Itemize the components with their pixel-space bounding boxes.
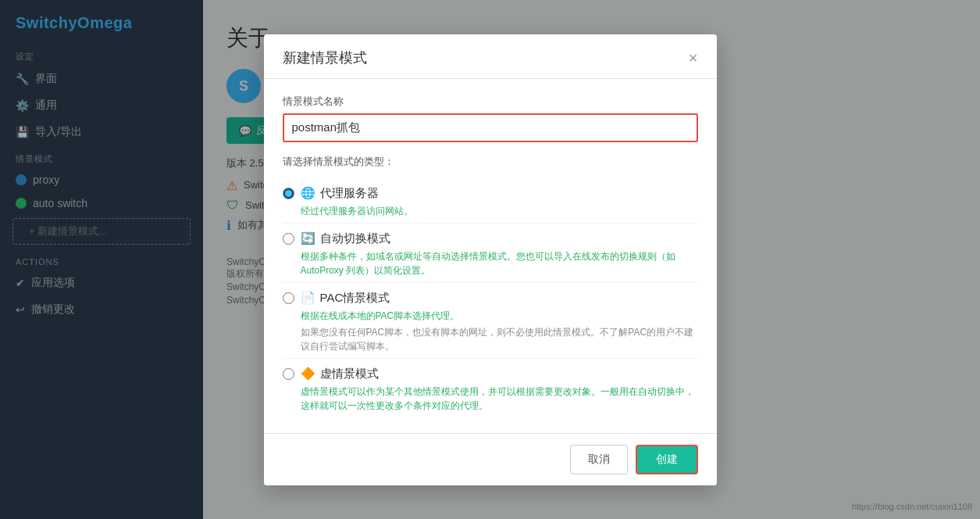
create-button[interactable]: 创建 [636,445,698,474]
type-auto-radio[interactable] [283,233,294,245]
type-virtual-desc: 虚情景模式可以作为某个其他情景模式使用，并可以根据需要更改对象。一般用在自动切换… [301,385,698,413]
type-auto-switch-item: 🔄 自动切换模式 根据多种条件，如域名或网址等自动选择情景模式。您也可以导入在线… [283,224,698,283]
type-pac-note: 如果您没有任何PAC脚本，也没有脚本的网址，则不必使用此情景模式。不了解PAC的… [301,325,698,353]
type-pac-item: 📄 PAC情景模式 根据在线或本地的PAC脚本选择代理。 如果您没有任何PAC脚… [283,283,698,359]
type-pac-desc: 根据在线或本地的PAC脚本选择代理。 [301,309,698,323]
type-virtual-label[interactable]: 🔶 虚情景模式 [301,367,379,381]
type-proxy-label[interactable]: 🌐 代理服务器 [301,186,379,201]
modal-header: 新建情景模式 × [264,34,717,79]
modal-close-button[interactable]: × [689,50,698,66]
modal-footer: 取消 创建 [264,433,717,485]
type-virtual-radio[interactable] [283,368,294,380]
type-auto-label[interactable]: 🔄 自动切换模式 [301,231,390,246]
type-auto-desc: 根据多种条件，如域名或网址等自动选择情景模式。您也可以导入在线发布的切换规则（如… [301,249,698,277]
type-proxy-item: 🌐 代理服务器 经过代理服务器访问网站。 [283,178,698,224]
modal-title: 新建情景模式 [283,48,367,67]
type-select-label: 请选择情景模式的类型： [283,155,698,169]
name-input[interactable] [284,115,697,141]
globe-icon: 🌐 [301,186,315,200]
switch-icon: 🔄 [301,231,315,245]
type-pac-label[interactable]: 📄 PAC情景模式 [301,291,390,306]
type-pac-radio[interactable] [283,292,294,304]
modal: 新建情景模式 × 情景模式名称 请选择情景模式的类型： 🌐 代理服务器 [264,34,717,485]
name-field-label: 情景模式名称 [283,95,698,109]
virtual-icon: 🔶 [301,367,315,381]
pac-icon: 📄 [301,291,315,305]
type-proxy-radio[interactable] [283,188,294,199]
name-input-wrap [283,113,698,142]
type-radio-group: 🌐 代理服务器 经过代理服务器访问网站。 🔄 自动切换模式 [283,178,698,417]
type-proxy-desc: 经过代理服务器访问网站。 [301,204,698,218]
cancel-button[interactable]: 取消 [570,445,628,474]
modal-body: 情景模式名称 请选择情景模式的类型： 🌐 代理服务器 经过代理服务器访问网站。 [264,79,717,433]
type-virtual-item: 🔶 虚情景模式 虚情景模式可以作为某个其他情景模式使用，并可以根据需要更改对象。… [283,359,698,417]
modal-overlay[interactable]: 新建情景模式 × 情景模式名称 请选择情景模式的类型： 🌐 代理服务器 [0,0,980,519]
